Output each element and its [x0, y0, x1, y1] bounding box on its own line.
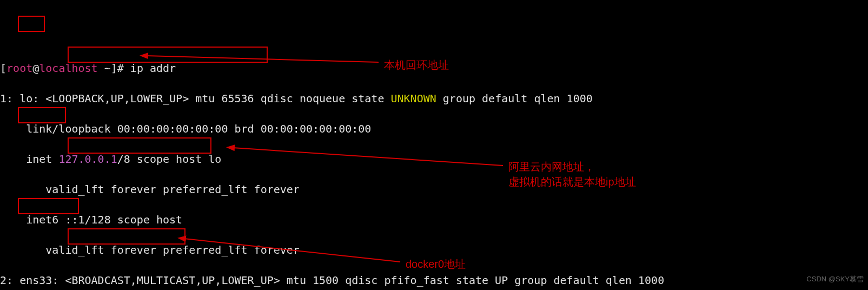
- watermark: CSDN @SKY慕雪: [806, 272, 864, 287]
- state-unknown: UNKNOWN: [390, 92, 436, 105]
- prompt-user: root: [6, 62, 32, 75]
- iface1-name: lo:: [19, 92, 39, 105]
- note-aliyun2: 虚拟机的话就是本地ip地址: [508, 174, 636, 189]
- iface1-valid2: valid_lft forever preferred_lft forever: [0, 242, 868, 258]
- note-docker: docker0地址: [406, 256, 466, 272]
- note-loopback: 本机回环地址: [384, 57, 449, 72]
- iface1-link: link/loopback 00:00:00:00:00:00 brd 00:0…: [0, 121, 868, 136]
- box-lo: [18, 16, 45, 32]
- iface2-name: ens33:: [19, 274, 58, 287]
- iface1-header: 1: lo: <LOOPBACK,UP,LOWER_UP> mtu 65536 …: [0, 91, 868, 106]
- iface2-header: 2: ens33: <BROADCAST,MULTICAST,UP,LOWER_…: [0, 273, 868, 288]
- command-text: ip addr: [130, 62, 176, 75]
- lo-ip: 127.0.0.1: [58, 153, 117, 166]
- iface1-inet: inet 127.0.0.1/8 scope host lo: [0, 151, 868, 167]
- prompt-host: localhost: [39, 62, 97, 75]
- note-aliyun1: 阿里云内网地址，: [508, 159, 595, 174]
- iface1-inet6: inet6 ::1/128 scope host: [0, 212, 868, 227]
- iface1-valid: valid_lft forever preferred_lft forever: [0, 182, 868, 197]
